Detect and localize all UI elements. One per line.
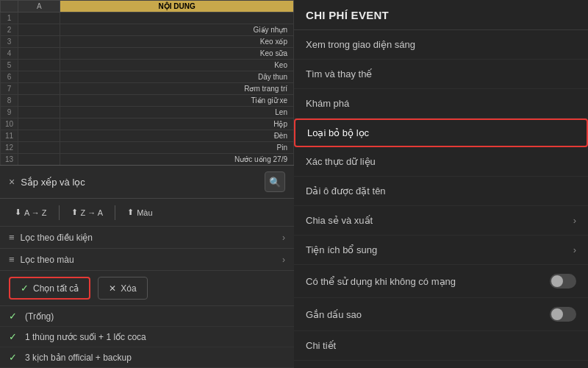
row-num-header [1, 1, 18, 13]
menu-item[interactable]: Tiện ích bổ sung › [294, 236, 588, 265]
content-cell: Tiền giữ xe [60, 95, 294, 107]
menu-item[interactable]: Khám phá [294, 89, 588, 118]
sort-header-left: × Sắp xếp và lọc [9, 176, 85, 188]
menu-item-label: Dải ô được đặt tên [306, 185, 386, 197]
menu-item-label: Chi tiết [306, 340, 336, 351]
right-panel: CHI PHÍ EVENT Xem trong giao diện sáng T… [294, 0, 588, 368]
table-row: 11 Đèn [1, 130, 294, 142]
table-row: 5 Keo [1, 60, 294, 71]
chevron-right-icon: › [573, 244, 576, 255]
col-a-cell [18, 95, 60, 107]
filter-dieu-kien-icon: ≡ [9, 232, 15, 243]
list-item-check-icon: ✓ [9, 311, 19, 322]
sort-divider-1 [59, 205, 60, 220]
xoa-label: Xóa [121, 283, 136, 294]
chon-tat-ca-check-icon: ✓ [21, 283, 29, 294]
menu-item-label: Chia sẻ và xuất [306, 215, 373, 226]
table-row: 3 Keo xốp [1, 36, 294, 48]
row-number: 5 [1, 60, 18, 71]
sort-az-button[interactable]: ⬇ A → Z [9, 205, 53, 220]
list-item-check-icon: ✓ [9, 331, 19, 342]
row-number: 4 [1, 48, 18, 60]
sort-mau-button[interactable]: ⬆ Màu [121, 205, 158, 220]
sort-panel-title: Sắp xếp và lọc [21, 177, 85, 188]
chon-tat-ca-label: Chọn tất cả [33, 283, 79, 294]
toggle-switch[interactable] [550, 307, 576, 322]
menu-item[interactable]: Gắn dấu sao [294, 298, 588, 331]
content-cell: Nước uống 27/9 [60, 154, 294, 166]
col-a-cell [18, 48, 60, 60]
filter-dieu-kien-left: ≡ Lọc theo điều kiện [9, 232, 93, 243]
col-a-cell [18, 13, 60, 24]
col-a-cell [18, 60, 60, 71]
row-number: 10 [1, 118, 18, 130]
filter-list: ✓ (Trống) ✓ 1 thùng nước suối + 1 lốc co… [0, 306, 294, 368]
content-cell: Keo xốp [60, 36, 294, 48]
col-a-cell [18, 36, 60, 48]
sort-za-icon: ⬆ [71, 208, 78, 217]
menu-item[interactable]: Xem trong giao diện sáng [294, 30, 588, 60]
table-row: 7 Rơm trang trí [1, 83, 294, 95]
content-cell: Đèn [60, 130, 294, 142]
menu-item[interactable]: Tìm và thay thế [294, 60, 588, 89]
menu-item-label: Tìm và thay thế [306, 68, 372, 79]
filter-dieu-kien-chevron: › [282, 233, 285, 243]
filter-mau-row[interactable]: ≡ Lọc theo màu › [0, 249, 294, 271]
filter-dieu-kien-label: Lọc theo điều kiện [21, 233, 93, 243]
row-number: 3 [1, 36, 18, 48]
menu-item-label: Loại bỏ bộ lọc [307, 127, 369, 138]
row-number: 12 [1, 142, 18, 154]
table-row: 8 Tiền giữ xe [1, 95, 294, 107]
list-item[interactable]: ✓ 1 thùng nước suối + 1 lốc coca [0, 327, 294, 347]
table-row: 6 Dây thun [1, 71, 294, 83]
row-number: 9 [1, 107, 18, 118]
table-row: 10 Hộp [1, 118, 294, 130]
xoa-button[interactable]: ✕ Xóa [98, 277, 147, 300]
menu-item-label: Có thể sử dụng khi không có mạng [306, 276, 456, 287]
sort-za-button[interactable]: ⬆ Z → A [65, 205, 110, 220]
menu-item[interactable]: Có thể sử dụng khi không có mạng [294, 265, 588, 298]
sort-filter-panel: × Sắp xếp và lọc 🔍 ⬇ A → Z ⬆ Z → A ⬆ Màu [0, 165, 294, 368]
filter-dieu-kien-row[interactable]: ≡ Lọc theo điều kiện › [0, 227, 294, 249]
menu-item[interactable]: Chi tiết [294, 331, 588, 361]
content-cell: Rơm trang trí [60, 83, 294, 95]
content-cell: Keo [60, 60, 294, 71]
toggle-switch[interactable] [550, 274, 576, 289]
row-number: 1 [1, 13, 18, 24]
list-item[interactable]: ✓ (Trống) [0, 306, 294, 327]
sort-header: × Sắp xếp và lọc 🔍 [0, 166, 294, 199]
close-button[interactable]: × [9, 176, 15, 188]
col-a-cell [18, 154, 60, 166]
right-header: CHI PHÍ EVENT [294, 0, 588, 30]
col-a-cell [18, 130, 60, 142]
right-panel-title: CHI PHÍ EVENT [306, 9, 389, 21]
menu-item[interactable]: Trợ giúp và phản hồi [294, 361, 588, 368]
sort-options-row: ⬇ A → Z ⬆ Z → A ⬆ Màu [0, 199, 294, 227]
menu-item[interactable]: Xác thực dữ liệu [294, 147, 588, 177]
sort-mau-icon: ⬆ [127, 208, 134, 217]
menu-item-label: Gắn dấu sao [306, 309, 362, 320]
xoa-x-icon: ✕ [109, 283, 116, 294]
content-cell: Giấy nhựn [60, 24, 294, 36]
filter-mau-label: Lọc theo màu [21, 255, 74, 265]
menu-item-label: Xem trong giao diện sáng [306, 39, 415, 50]
search-button[interactable]: 🔍 [265, 171, 285, 192]
content-cell: Len [60, 107, 294, 118]
action-buttons-row: ✓ Chọn tất cả ✕ Xóa [0, 271, 294, 306]
list-item[interactable]: ✓ 3 kịch bản official + backup [0, 347, 294, 368]
content-cell: Hộp [60, 118, 294, 130]
menu-list: Xem trong giao diện sáng Tìm và thay thế… [294, 30, 588, 368]
list-item-label: 3 kịch bản official + backup [25, 353, 132, 363]
sort-az-label: A → Z [24, 208, 47, 217]
row-number: 2 [1, 24, 18, 36]
chon-tat-ca-button[interactable]: ✓ Chọn tất cả [9, 277, 90, 300]
spreadsheet-area: A NỘI DUNG 1 2 Giấy nhựn 3 Keo xốp 4 Keo… [0, 0, 294, 165]
list-item-check-icon: ✓ [9, 352, 19, 363]
col-a-cell [18, 71, 60, 83]
menu-item[interactable]: Dải ô được đặt tên [294, 177, 588, 206]
sort-mau-label: Màu [137, 208, 152, 217]
row-number: 7 [1, 83, 18, 95]
menu-item[interactable]: Loại bỏ bộ lọc [294, 118, 588, 147]
content-cell: Keo sữa [60, 48, 294, 60]
menu-item[interactable]: Chia sẻ và xuất › [294, 206, 588, 236]
